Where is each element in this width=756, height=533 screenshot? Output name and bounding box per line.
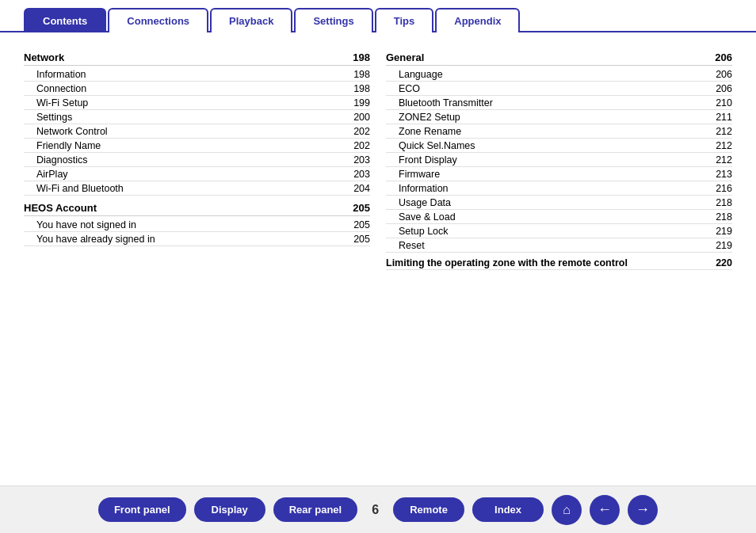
bottom-navigation: Front panel Display Rear panel 6 Remote … (0, 485, 756, 533)
list-item[interactable]: You have already signed in 205 (24, 232, 370, 246)
back-icon: ← (598, 501, 612, 518)
list-item[interactable]: Save & Load 218 (386, 210, 732, 224)
limiting-zones-page: 220 (716, 257, 732, 268)
list-item[interactable]: You have not signed in 205 (24, 218, 370, 232)
tab-tips[interactable]: Tips (375, 8, 434, 32)
list-item[interactable]: Setup Lock 219 (386, 224, 732, 238)
tab-settings[interactable]: Settings (294, 8, 372, 32)
list-item[interactable]: Information 216 (386, 181, 732, 196)
general-section-header: General 206 (386, 51, 732, 66)
tab-playback[interactable]: Playback (210, 8, 292, 32)
main-content: Network 198 Information 198 Connection 1… (0, 32, 756, 278)
general-title: General (386, 51, 424, 63)
heos-page: 205 (353, 202, 370, 214)
general-page: 206 (715, 51, 732, 63)
home-button[interactable]: ⌂ (552, 495, 582, 525)
back-button[interactable]: ← (590, 495, 620, 525)
list-item[interactable]: Firmware 213 (386, 167, 732, 181)
list-item[interactable]: Friendly Name 202 (24, 139, 370, 153)
list-item[interactable]: Wi-Fi and Bluetooth 204 (24, 181, 370, 196)
list-item[interactable]: Bluetooth Transmitter 210 (386, 96, 732, 110)
front-panel-button[interactable]: Front panel (98, 497, 186, 522)
list-item[interactable]: Reset 219 (386, 238, 732, 253)
rear-panel-button[interactable]: Rear panel (273, 497, 357, 522)
list-item[interactable]: Quick Sel.Names 212 (386, 139, 732, 153)
list-item[interactable]: ZONE2 Setup 211 (386, 110, 732, 124)
right-column: General 206 Language 206 ECO 206 Bluetoo… (386, 48, 732, 270)
forward-icon: → (636, 501, 650, 518)
network-title: Network (24, 51, 64, 63)
list-item[interactable]: ECO 206 (386, 82, 732, 96)
left-column: Network 198 Information 198 Connection 1… (24, 48, 370, 270)
list-item[interactable]: Front Display 212 (386, 153, 732, 167)
list-item[interactable]: Information 198 (24, 67, 370, 82)
list-item[interactable]: Diagnostics 203 (24, 153, 370, 167)
network-section-header: Network 198 (24, 51, 370, 66)
home-icon: ⌂ (563, 503, 571, 517)
list-item[interactable]: Connection 198 (24, 82, 370, 96)
forward-button[interactable]: → (628, 495, 658, 525)
top-navigation: Contents Connections Playback Settings T… (0, 0, 756, 32)
limiting-zones-item[interactable]: Limiting the operating zone with the rem… (386, 256, 732, 270)
tab-contents[interactable]: Contents (24, 8, 106, 32)
network-page: 198 (353, 51, 370, 63)
list-item[interactable]: Zone Rename 212 (386, 124, 732, 139)
display-button[interactable]: Display (194, 497, 265, 522)
heos-section-header: HEOS Account 205 (24, 202, 370, 216)
tab-connections[interactable]: Connections (108, 8, 208, 32)
tab-appendix[interactable]: Appendix (435, 8, 520, 32)
heos-title: HEOS Account (24, 202, 97, 214)
list-item[interactable]: Network Control 202 (24, 124, 370, 139)
list-item[interactable]: Usage Data 218 (386, 196, 732, 210)
limiting-zones-label: Limiting the operating zone with the rem… (386, 257, 628, 268)
list-item[interactable]: Language 206 (386, 67, 732, 82)
index-button[interactable]: Index (472, 497, 544, 522)
remote-button[interactable]: Remote (393, 497, 464, 522)
page-number: 6 (365, 503, 385, 517)
list-item[interactable]: Wi-Fi Setup 199 (24, 96, 370, 110)
list-item[interactable]: Settings 200 (24, 110, 370, 124)
list-item[interactable]: AirPlay 203 (24, 167, 370, 181)
